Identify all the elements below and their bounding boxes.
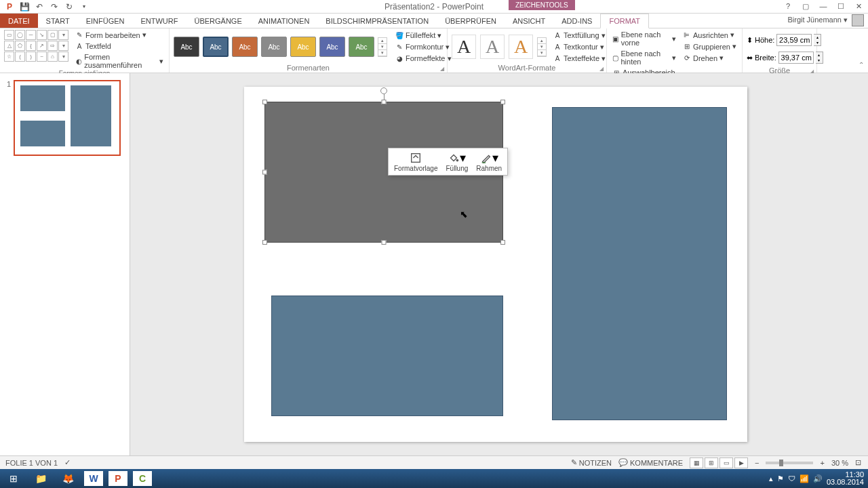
shapes-gallery[interactable]: ▭◯─↘▢▾ △⬠{↗⇨▾ ☆()~⌂▾ [4, 30, 68, 62]
tab-ansicht[interactable]: ANSICHT [505, 14, 553, 28]
save-icon[interactable]: 💾 [19, 1, 30, 12]
ebene-vorne-button[interactable]: ▣Ebene nach vorne ▾ [611, 30, 677, 47]
style-swatch-3[interactable]: Abc [232, 37, 258, 57]
tab-uebergaenge[interactable]: ÜBERGÄNGE [186, 14, 250, 28]
gallery-scroll[interactable]: ▴▾▾ [378, 37, 387, 57]
taskbar-clock[interactable]: 11:30 03.08.2014 [827, 471, 864, 486]
minimize-icon[interactable]: — [816, 0, 830, 12]
ausrichten-button[interactable]: ⊫Ausrichten ▾ [682, 30, 738, 40]
textfeld-button[interactable]: ATextfeld [74, 41, 165, 51]
shape-style-gallery[interactable]: Abc Abc Abc Abc Abc Abc Abc ▴▾▾ [174, 37, 387, 57]
mini-fuellung-button[interactable]: ▾ Füllung [441, 150, 472, 174]
tab-addins[interactable]: ADD-INS [553, 14, 600, 28]
user-name[interactable]: Birgit Jünemann ▾ [787, 16, 848, 24]
ribbon-display-icon[interactable]: ▢ [799, 0, 812, 12]
help-icon[interactable]: ? [781, 0, 795, 12]
form-bearbeiten-button[interactable]: ✎Form bearbeiten ▾ [74, 30, 165, 40]
slide-canvas[interactable]: Formatvorlage ▾ Füllung ▾ Rahmen ⬉ [130, 73, 868, 469]
close-icon[interactable]: ✕ [852, 0, 865, 12]
textfuellung-button[interactable]: ATextfüllung ▾ [552, 30, 607, 41]
fit-window-icon[interactable]: ⊡ [855, 458, 861, 467]
slide-thumbnail[interactable] [14, 80, 121, 156]
powerpoint-icon[interactable]: P [4, 1, 15, 12]
zoom-out-icon[interactable]: − [755, 459, 759, 467]
style-swatch-2[interactable]: Abc [203, 37, 229, 57]
wordart-swatch-1[interactable]: A [452, 35, 476, 59]
textkontur-button[interactable]: ATextkontur ▾ [552, 42, 607, 52]
launcher-icon[interactable]: ◢ [599, 66, 604, 72]
style-swatch-1[interactable]: Abc [174, 37, 199, 57]
slide[interactable]: Formatvorlage ▾ Füllung ▾ Rahmen ⬉ [244, 87, 747, 442]
tab-ueberpruefen[interactable]: ÜBERPRÜFEN [437, 14, 505, 28]
style-swatch-7[interactable]: Abc [349, 37, 374, 57]
word-icon[interactable]: W [84, 471, 103, 486]
drehen-button[interactable]: ⟳Drehen ▾ [682, 53, 738, 63]
tab-einfuegen[interactable]: EINFÜGEN [78, 14, 133, 28]
resize-handle-sw[interactable] [262, 240, 267, 245]
ebene-hinten-button[interactable]: ▢Ebene nach hinten ▾ [611, 49, 677, 66]
sorter-view-icon[interactable]: ⊞ [705, 458, 718, 468]
repeat-icon[interactable]: ↻ [64, 1, 75, 12]
tab-format[interactable]: FORMAT [600, 14, 649, 28]
undo-icon[interactable]: ↶ [34, 1, 45, 12]
qat-more-icon[interactable]: ▾ [79, 1, 90, 12]
kommentare-button[interactable]: 💬KOMMENTARE [618, 458, 683, 467]
slideshow-view-icon[interactable]: ▶ [734, 458, 748, 468]
texteffekte-button[interactable]: ATexteffekte ▾ [552, 54, 607, 64]
formeffekte-button[interactable]: ◕Formeffekte ▾ [394, 54, 453, 64]
style-swatch-5[interactable]: Abc [290, 37, 316, 57]
powerpoint-icon[interactable]: P [108, 471, 127, 486]
wordart-scroll[interactable]: ▴▾▾ [537, 37, 547, 57]
shape-rect-bottom[interactable] [271, 296, 503, 416]
launcher-icon[interactable]: ◢ [440, 66, 444, 72]
formkontur-button[interactable]: ✎Formkontur ▾ [394, 42, 453, 52]
hoehe-input[interactable] [776, 34, 812, 46]
style-swatch-6[interactable]: Abc [319, 37, 345, 57]
formen-zusammenfuehren-button[interactable]: ◐Formen zusammenführen ▾ [74, 52, 165, 70]
collapse-ribbon-icon[interactable]: ⌃ [859, 61, 864, 68]
zoom-level[interactable]: 30 % [831, 459, 848, 467]
start-button[interactable]: ⊞ [0, 470, 27, 487]
tab-datei[interactable]: DATEI [0, 14, 38, 28]
mini-rahmen-button[interactable]: ▾ Rahmen [472, 150, 506, 174]
camtasia-icon[interactable]: C [133, 471, 152, 486]
spellcheck-icon[interactable]: ✓ [64, 458, 71, 467]
explorer-icon[interactable]: 📁 [27, 470, 54, 487]
wordart-swatch-2[interactable]: A [480, 35, 505, 59]
resize-handle-n[interactable] [382, 100, 387, 104]
gruppieren-button[interactable]: ⊞Gruppieren ▾ [682, 41, 738, 52]
tray-network-icon[interactable]: 📶 [800, 474, 809, 483]
wordart-gallery[interactable]: A A A ▴▾▾ [452, 35, 547, 59]
tray-volume-icon[interactable]: 🔊 [813, 474, 823, 483]
mini-formatvorlage-button[interactable]: Formatvorlage [390, 150, 441, 174]
normal-view-icon[interactable]: ▦ [690, 458, 703, 468]
tray-shield-icon[interactable]: 🛡 [788, 474, 795, 483]
reading-view-icon[interactable]: ▭ [719, 458, 733, 468]
notizen-button[interactable]: ✎NOTIZEN [571, 458, 612, 467]
user-avatar[interactable] [852, 14, 864, 26]
breite-spinner[interactable]: ▴▾ [816, 52, 823, 64]
resize-handle-ne[interactable] [500, 100, 505, 104]
tab-animationen[interactable]: ANIMATIONEN [250, 14, 318, 28]
resize-handle-s[interactable] [382, 240, 387, 245]
tray-flag-icon[interactable]: ⚑ [777, 474, 784, 483]
tab-bildschirm[interactable]: BILDSCHIRMPRÄSENTATION [317, 14, 437, 28]
zoom-in-icon[interactable]: + [820, 459, 824, 467]
wordart-swatch-3[interactable]: A [509, 35, 533, 59]
slide-counter[interactable]: FOLIE 1 VON 1 [5, 459, 58, 467]
maximize-icon[interactable]: ☐ [834, 0, 848, 12]
breite-input[interactable] [778, 52, 814, 64]
tab-entwurf[interactable]: ENTWURF [132, 14, 186, 28]
rotation-handle[interactable] [380, 87, 387, 94]
resize-handle-se[interactable] [500, 240, 505, 245]
firefox-icon[interactable]: 🦊 [54, 470, 81, 487]
tab-start[interactable]: START [38, 14, 78, 28]
fuelleffekt-button[interactable]: 🪣Fülleffekt ▾ [394, 30, 453, 41]
zoom-slider[interactable] [766, 462, 813, 464]
hoehe-spinner[interactable]: ▴▾ [814, 34, 821, 46]
tray-up-icon[interactable]: ▴ [769, 474, 773, 483]
resize-handle-nw[interactable] [262, 100, 267, 104]
style-swatch-4[interactable]: Abc [261, 37, 287, 57]
redo-icon[interactable]: ↷ [49, 1, 60, 12]
shape-rect-right[interactable] [552, 107, 727, 420]
